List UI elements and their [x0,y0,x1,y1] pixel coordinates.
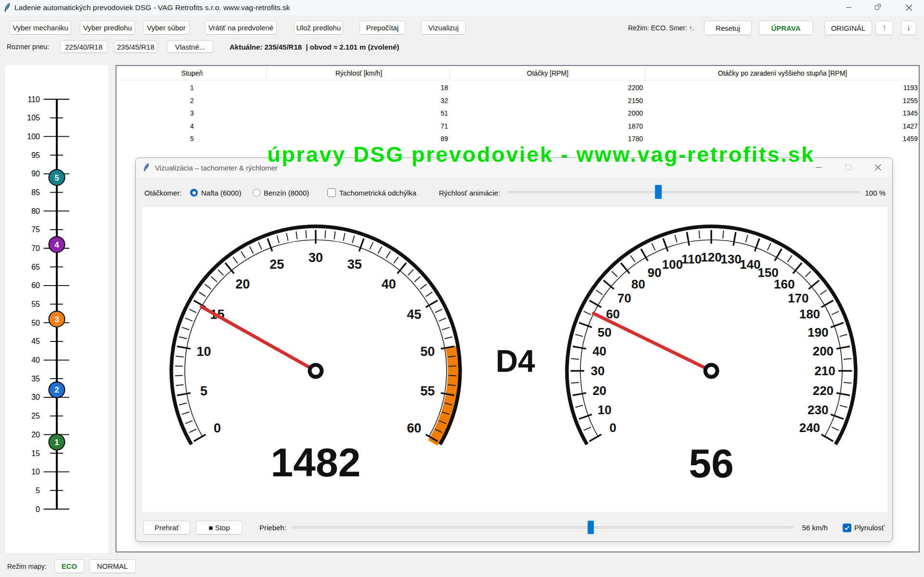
svg-text:10: 10 [31,468,40,476]
svg-text:40: 40 [382,277,396,291]
svg-text:1482: 1482 [271,440,361,485]
svg-text:210: 210 [814,364,835,378]
svg-text:40: 40 [592,344,606,358]
svg-text:30: 30 [31,393,40,401]
svg-text:90: 90 [31,170,40,178]
svg-text:56: 56 [689,441,733,486]
svg-text:100: 100 [662,257,683,272]
svg-text:170: 170 [788,291,808,305]
svg-text:120: 120 [701,250,721,264]
svg-text:70: 70 [31,244,40,252]
svg-text:200: 200 [813,344,834,358]
svg-text:110: 110 [27,95,40,104]
svg-text:2: 2 [54,385,59,394]
svg-text:70: 70 [617,291,631,305]
svg-text:95: 95 [31,151,40,159]
svg-text:60: 60 [31,281,40,289]
svg-text:50: 50 [598,325,612,340]
svg-text:75: 75 [31,225,40,234]
svg-text:230: 230 [808,403,828,417]
svg-text:240: 240 [799,420,820,435]
svg-text:25: 25 [31,412,40,420]
svg-text:160: 160 [774,277,795,291]
svg-text:D4: D4 [496,344,535,379]
svg-text:5: 5 [36,486,40,495]
svg-text:20: 20 [235,277,250,291]
svg-text:60: 60 [407,421,421,435]
svg-text:35: 35 [31,375,40,383]
svg-text:5: 5 [54,173,59,183]
svg-text:55: 55 [31,300,40,308]
svg-text:4: 4 [54,240,59,249]
svg-text:0: 0 [214,421,221,435]
svg-text:20: 20 [31,431,40,439]
svg-text:35: 35 [347,257,362,272]
svg-text:80: 80 [31,207,40,215]
svg-text:30: 30 [308,250,323,265]
svg-text:55: 55 [420,384,435,398]
svg-text:30: 30 [591,364,605,378]
svg-text:180: 180 [799,307,820,321]
svg-text:45: 45 [407,307,421,322]
svg-text:50: 50 [31,319,40,327]
svg-text:65: 65 [31,263,40,271]
svg-text:105: 105 [27,114,40,122]
svg-text:80: 80 [631,277,645,291]
svg-text:20: 20 [592,383,606,398]
svg-text:40: 40 [31,356,40,364]
svg-text:100: 100 [27,132,40,141]
svg-text:15: 15 [31,449,40,458]
svg-text:1: 1 [54,438,59,447]
svg-text:190: 190 [808,325,828,340]
svg-text:5: 5 [200,384,207,398]
svg-text:90: 90 [648,265,662,280]
svg-text:50: 50 [420,344,435,359]
svg-text:3: 3 [54,315,59,324]
svg-text:130: 130 [720,252,741,266]
svg-text:220: 220 [813,383,834,398]
svg-text:0: 0 [609,420,616,435]
svg-text:10: 10 [197,344,211,359]
svg-text:0: 0 [36,505,40,513]
svg-text:10: 10 [598,403,612,417]
svg-text:45: 45 [31,337,40,345]
svg-text:85: 85 [31,188,40,197]
svg-text:110: 110 [681,252,702,266]
svg-text:25: 25 [270,257,284,272]
